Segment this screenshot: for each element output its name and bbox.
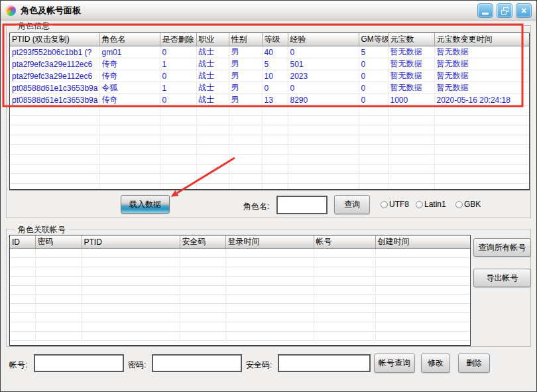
table-cell[interactable]: 男 [229,58,262,70]
modify-button[interactable]: 修改 [421,354,450,373]
account-query-button[interactable]: 帐号查询 [374,354,415,373]
table-cell[interactable]: 2023 [288,70,359,82]
column-header[interactable]: 元宝数变更时间 [434,33,529,46]
table-cell[interactable]: 0 [359,82,388,94]
table-cell[interactable]: 暂无数据 [388,46,434,58]
column-header[interactable]: 职业 [196,33,229,46]
role-table-container[interactable]: PTID (双击复制)角色名是否删除职业性别等级经验GM等级元宝数元宝数变更时间… [9,33,530,190]
table-cell[interactable]: 0 [160,70,196,82]
table-cell[interactable]: pta2f9efc3a29e112ec6 [10,70,99,82]
table-cell[interactable]: 暂无数据 [388,70,434,82]
table-cell[interactable]: 令狐 [99,82,160,94]
table-cell[interactable]: 暂无数据 [434,46,529,58]
table-cell[interactable]: 0 [359,94,388,106]
empty-cell [314,304,375,313]
table-cell[interactable]: 男 [229,82,262,94]
radio-gbk[interactable]: GBK [455,200,481,209]
table-cell[interactable]: 传奇 [99,94,160,106]
table-cell[interactable]: 战士 [196,82,229,94]
table-cell[interactable]: 10 [262,70,288,82]
table-row[interactable]: pt293f552b06c1bb1 (?gm010战士男4005暂无数据暂无数据 [10,46,529,58]
security-code-input[interactable] [278,354,371,372]
table-cell[interactable]: 男 [229,94,262,106]
query-all-accounts-button[interactable]: 查询所有帐号 [473,238,531,257]
column-header[interactable]: 经验 [288,33,359,46]
table-cell[interactable]: 战士 [196,70,229,82]
restore-button[interactable] [497,3,512,18]
table-row[interactable]: pta2f9efc3a29e112ec6传奇1战士男55010暂无数据暂无数据 [10,58,529,70]
table-row[interactable]: pt08588d61e1c3653b9a令狐1战士男000暂无数据暂无数据 [10,82,529,94]
column-header[interactable]: PTID (双击复制) [10,33,99,46]
table-cell[interactable]: pt08588d61e1c3653b9a [10,82,99,94]
empty-cell [35,257,82,267]
table-cell[interactable]: 传奇 [99,58,160,70]
table-cell[interactable]: 40 [262,46,288,58]
accounts-table-container[interactable]: ID密码PTID安全码登录时间帐号创建时间 [9,235,471,346]
column-header[interactable]: ID [10,235,35,249]
table-cell[interactable]: 0 [160,46,196,58]
table-cell[interactable]: 1000 [388,94,434,106]
empty-cell [225,249,314,258]
column-header[interactable]: 性别 [229,33,262,46]
export-accounts-button[interactable]: 导出帐号 [473,269,531,287]
role-name-input[interactable] [276,196,328,214]
table-cell[interactable]: 战士 [196,94,229,106]
table-cell[interactable]: 暂无数据 [388,58,434,70]
table-cell[interactable]: 0 [160,94,196,106]
table-cell[interactable]: 战士 [196,58,229,70]
table-cell[interactable]: pta2f9efc3a29e112ec6 [10,58,99,70]
password-input[interactable] [152,354,242,372]
column-header[interactable]: 安全码 [180,235,225,249]
empty-row [10,125,529,135]
account-input[interactable] [34,354,124,372]
table-cell[interactable]: 男 [229,46,262,58]
column-header[interactable]: 创建时间 [375,235,470,249]
table-cell[interactable]: 2020-05-16 20:24:18 [434,94,529,106]
load-data-button[interactable]: 载入数据 [121,195,170,214]
query-button[interactable]: 查询 [334,195,370,214]
close-button[interactable]: × [516,3,532,18]
column-header[interactable]: 角色名 [99,33,160,46]
table-cell[interactable]: 0 [359,58,388,70]
table-cell[interactable]: 13 [262,94,288,106]
table-cell[interactable]: 传奇 [99,70,160,82]
table-cell[interactable]: 8290 [288,94,359,106]
column-header[interactable]: 元宝数 [388,33,434,46]
table-cell[interactable]: 0 [262,82,288,94]
table-cell[interactable]: 男 [229,70,262,82]
table-cell[interactable]: 5 [359,46,388,58]
table-cell[interactable]: pt08588d61e1c3653b9a [10,94,99,106]
table-cell[interactable]: 暂无数据 [434,82,529,94]
table-cell[interactable]: 暂无数据 [434,70,529,82]
app-window: 角色及帐号面板 × 角色信息 PTID (双击复制)角色名是否删除职业性别等级经… [0,0,537,392]
empty-cell [314,322,375,332]
empty-cell [82,313,180,322]
table-cell[interactable]: 暂无数据 [434,58,529,70]
column-header[interactable]: 是否删除 [160,33,196,46]
column-header[interactable]: GM等级 [359,33,388,46]
table-cell[interactable]: 501 [288,58,359,70]
column-header[interactable]: PTID [82,235,180,249]
table-cell[interactable]: 暂无数据 [388,82,434,94]
column-header[interactable]: 等级 [262,33,288,46]
minimize-button[interactable] [477,3,493,18]
table-cell[interactable]: 0 [288,46,359,58]
radio-latin1[interactable]: Latin1 [416,200,446,209]
column-header[interactable]: 密码 [35,235,82,249]
table-cell[interactable]: 0 [359,70,388,82]
table-cell[interactable]: pt293f552b06c1bb1 (? [10,46,99,58]
table-row[interactable]: pt08588d61e1c3653b9a传奇0战士男13829001000202… [10,94,529,106]
empty-cell [225,267,314,276]
column-header[interactable]: 帐号 [314,235,375,249]
empty-row [10,183,529,190]
column-header[interactable]: 登录时间 [225,235,314,249]
table-cell[interactable]: 0 [288,82,359,94]
radio-utf8[interactable]: UTF8 [381,200,409,209]
table-cell[interactable]: 战士 [196,46,229,58]
table-cell[interactable]: 5 [262,58,288,70]
table-row[interactable]: pta2f9efc3a29e112ec6传奇0战士男1020230暂无数据暂无数… [10,70,529,82]
delete-button[interactable]: 删除 [458,354,490,373]
table-cell[interactable]: 1 [160,82,196,94]
table-cell[interactable]: gm01 [99,46,160,58]
table-cell[interactable]: 1 [160,58,196,70]
